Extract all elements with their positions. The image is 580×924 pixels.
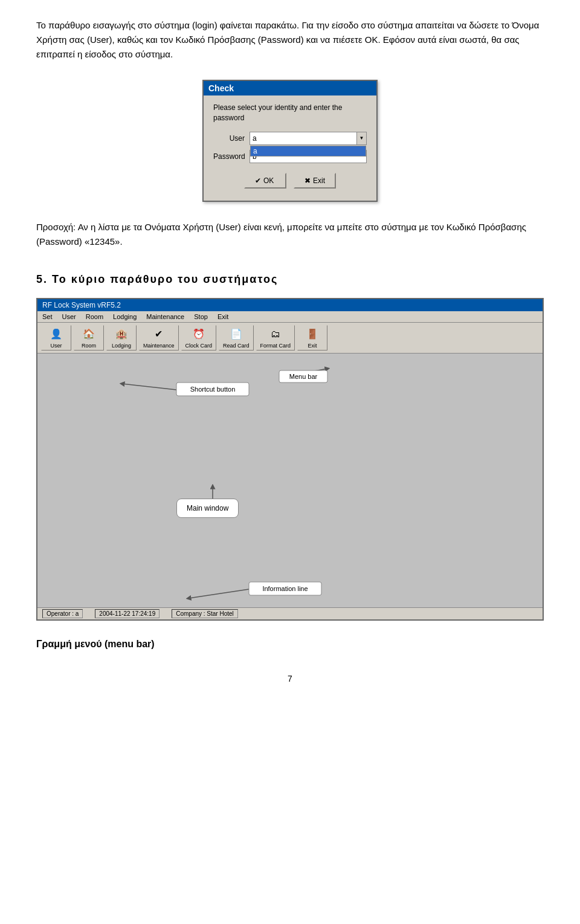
exit-label: Exit	[313, 176, 325, 185]
svg-line-3	[279, 369, 327, 378]
ok-label: OK	[263, 176, 274, 185]
svg-text:Shortcut button: Shortcut button	[190, 386, 236, 393]
dialog-body: Please select your identity and enter th…	[204, 95, 376, 201]
system-menubar[interactable]: Set User Room Lodging Maintenance Stop E…	[37, 311, 543, 323]
toolbar-lodging-label: Lodging	[112, 343, 131, 349]
page-number: 7	[36, 674, 544, 683]
toolbar-maintenance-label: Maintenance	[143, 343, 175, 349]
svg-text:Menu bar: Menu bar	[289, 373, 318, 380]
svg-rect-4	[279, 370, 327, 383]
password-label: Password	[213, 152, 250, 161]
readcard-toolbar-icon: 📄	[229, 327, 243, 341]
room-toolbar-icon: 🏠	[82, 327, 96, 341]
system-toolbar: 👤 User 🏠 Room 🏨 Lodging ✔ Maintenance ⏰ …	[37, 323, 543, 354]
user-dropdown-list: a	[250, 146, 366, 157]
callout-arrows-svg: Shortcut button Menu bar Information lin…	[37, 354, 543, 607]
system-window-container: RF Lock System vRF5.2 Set User Room Lodg…	[36, 298, 544, 621]
bottom-heading: Γραμμή μενού (menu bar)	[36, 639, 544, 650]
svg-rect-8	[249, 582, 321, 595]
dropdown-item-a[interactable]: a	[251, 146, 366, 156]
dialog-container: Check Please select your identity and en…	[36, 80, 544, 202]
svg-rect-1	[176, 383, 249, 396]
system-window: RF Lock System vRF5.2 Set User Room Lodg…	[36, 298, 544, 621]
user-combo[interactable]: a ▼ a	[250, 132, 367, 145]
system-main-area: Main window Shortcut button Menu bar	[37, 354, 543, 607]
dialog-title: Check	[208, 83, 234, 93]
system-title: RF Lock System vRF5.2	[42, 301, 121, 309]
exit-toolbar-icon: 🚪	[305, 327, 320, 341]
status-operator: Operator : a	[42, 609, 83, 618]
toolbar-formatcard-label: Format Card	[260, 343, 291, 349]
menu-stop[interactable]: Stop	[192, 312, 210, 321]
toolbar-lodging-btn[interactable]: 🏨 Lodging	[106, 325, 137, 351]
check-dialog: Check Please select your identity and en…	[202, 80, 378, 202]
exit-button[interactable]: ✖ Exit	[294, 173, 336, 189]
toolbar-user-btn[interactable]: 👤 User	[41, 325, 71, 351]
system-statusbar: Operator : a 2004-11-22 17:24:19 Company…	[37, 607, 543, 619]
menu-set[interactable]: Set	[40, 312, 55, 321]
main-window-callout: Main window	[176, 499, 239, 518]
svg-line-7	[188, 589, 249, 598]
toolbar-room-btn[interactable]: 🏠 Room	[74, 325, 104, 351]
combo-arrow-icon[interactable]: ▼	[356, 132, 366, 144]
toolbar-room-label: Room	[82, 343, 96, 349]
user-value: a	[250, 133, 356, 144]
lodging-toolbar-icon: 🏨	[114, 327, 129, 341]
formatcard-toolbar-icon: 🗂	[268, 327, 283, 341]
intro-paragraph: Το παράθυρο εισαγωγής στο σύστημα (login…	[36, 18, 544, 62]
dialog-titlebar: Check	[204, 81, 376, 95]
section5-heading: 5. Το κύριο παράθυρο του συστήματος	[36, 273, 544, 286]
menu-user[interactable]: User	[60, 312, 79, 321]
svg-text:Information line: Information line	[262, 585, 308, 592]
toolbar-user-label: User	[50, 343, 62, 349]
menu-exit[interactable]: Exit	[215, 312, 231, 321]
user-label: User	[213, 134, 250, 143]
menu-lodging[interactable]: Lodging	[111, 312, 139, 321]
toolbar-exit-label: Exit	[308, 343, 317, 349]
toolbar-formatcard-btn[interactable]: 🗂 Format Card	[256, 325, 295, 351]
toolbar-exit-btn[interactable]: 🚪 Exit	[297, 325, 327, 351]
maintenance-toolbar-icon: ✔	[152, 327, 166, 341]
notice-text: Προσοχή: Αν η λίστα με τα Ονόματα Χρήστη…	[36, 220, 544, 249]
toolbar-clockcard-label: Clock Card	[185, 343, 213, 349]
menu-maintenance[interactable]: Maintenance	[144, 312, 187, 321]
cross-icon: ✖	[304, 176, 311, 185]
toolbar-readcard-label: Read Card	[223, 343, 250, 349]
toolbar-clockcard-btn[interactable]: ⏰ Clock Card	[181, 325, 217, 351]
status-datetime: 2004-11-22 17:24:19	[95, 609, 160, 618]
ok-button[interactable]: ✔ OK	[244, 173, 286, 189]
user-toolbar-icon: 👤	[49, 327, 63, 341]
dialog-buttons: ✔ OK ✖ Exit	[213, 173, 367, 189]
status-company: Company : Star Hotel	[172, 609, 238, 618]
clockcard-toolbar-icon: ⏰	[192, 327, 206, 341]
dialog-instruction: Please select your identity and enter th…	[213, 103, 367, 123]
svg-line-0	[122, 384, 176, 390]
menu-room[interactable]: Room	[83, 312, 106, 321]
main-window-callout-text: Main window	[187, 504, 228, 512]
toolbar-readcard-btn[interactable]: 📄 Read Card	[219, 325, 254, 351]
toolbar-maintenance-btn[interactable]: ✔ Maintenance	[139, 325, 179, 351]
user-field-row: User a ▼ a	[213, 132, 367, 145]
checkmark-icon: ✔	[255, 176, 261, 185]
system-titlebar: RF Lock System vRF5.2	[37, 299, 543, 311]
